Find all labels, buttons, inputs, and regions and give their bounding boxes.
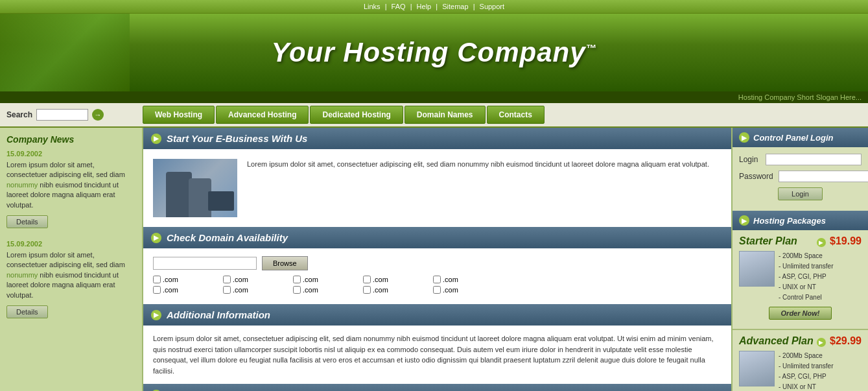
cp-body: Login Password Login	[733, 147, 868, 211]
domain-item-5[interactable]: .com	[433, 276, 498, 283]
hosting-header: ▶ Hosting Packages	[733, 211, 868, 230]
ebusiness-icon: ▶	[151, 134, 161, 144]
right-sidebar: ▶ Control Panel Login Login Password Log…	[732, 128, 868, 391]
domain-item-6[interactable]: .com	[153, 286, 218, 294]
slogan-bar: Hosting Company Short Slogan Here...	[0, 91, 868, 103]
starter-feature-3: - ASP, CGI, PHP	[779, 272, 833, 282]
starter-feature-2: - Unlimited transfer	[779, 261, 833, 272]
ebusiness-title: Start Your E-Business With Us	[167, 133, 307, 144]
starter-plan-header: Starter Plan ▶ $19.99	[739, 235, 862, 247]
advanced-server-image	[739, 351, 775, 386]
starter-plan-name: Starter Plan	[739, 235, 797, 247]
password-field: Password	[739, 171, 862, 182]
domain-body: Browse .com .com .com .com .com .com .co…	[143, 248, 731, 304]
starter-price-icon: ▶	[817, 238, 826, 247]
domain-item-10[interactable]: .com	[433, 286, 498, 294]
tab-web-hosting[interactable]: Web Hosting	[143, 106, 215, 124]
help-link[interactable]: Help	[417, 3, 432, 10]
links-link[interactable]: Links	[364, 3, 381, 10]
tab-dedicated-hosting[interactable]: Dedicated Hosting	[310, 106, 403, 124]
sitemap-link[interactable]: Sitemap	[442, 3, 468, 10]
additional-title: Additional Information	[167, 309, 270, 320]
top-nav-links[interactable]: Links | FAQ | Help | Sitemap | Support	[364, 3, 504, 10]
newsub-header: ▶ News Subscription	[143, 384, 731, 391]
advanced-feature-4: - UNIX or NT	[779, 382, 833, 391]
domain-item-7[interactable]: .com	[223, 286, 288, 294]
support-link[interactable]: Support	[480, 3, 505, 10]
domain-item-8[interactable]: .com	[293, 286, 358, 294]
domain-input-row: Browse	[153, 256, 721, 270]
starter-plan: Starter Plan ▶ $19.99 - 200Mb Space - Un…	[733, 230, 868, 329]
top-bar: Links | FAQ | Help | Sitemap | Support	[0, 0, 868, 14]
password-label: Password	[739, 172, 773, 181]
additional-body: Lorem ipsum dolor sit amet, consectetuer…	[143, 326, 731, 384]
advanced-plan-price: $29.99	[830, 335, 862, 346]
starter-feature-1: - 200Mb Space	[779, 251, 833, 261]
cp-icon: ▶	[739, 132, 749, 143]
nav-area: Search → Web Hosting Advanced Hosting De…	[0, 103, 868, 128]
faq-link[interactable]: FAQ	[392, 3, 406, 10]
starter-order-button[interactable]: Order Now!	[769, 307, 832, 320]
advanced-feature-2: - Unlimited transfer	[779, 361, 833, 372]
main-layout: Company News 15.09.2002 Lorem ipsum dolo…	[0, 128, 868, 391]
domain-item-1[interactable]: .com	[153, 276, 218, 283]
search-input[interactable]	[36, 109, 88, 121]
login-label: Login	[739, 155, 760, 164]
additional-text: Lorem ipsum dolor sit amet, consectetuer…	[153, 333, 721, 376]
header-bg	[0, 14, 130, 91]
cp-header: ▶ Control Panel Login	[733, 128, 868, 147]
ebusiness-body: Lorem ipsum dolor sit amet, consectetuer…	[143, 149, 731, 227]
starter-plan-price: $19.99	[830, 235, 862, 246]
advanced-plan-layout: - 200Mb Space - Unlimited transfer - ASP…	[739, 351, 862, 391]
advanced-feature-3: - ASP, CGI, PHP	[779, 372, 833, 382]
advanced-feature-1: - 200Mb Space	[779, 351, 833, 361]
starter-plan-layout: - 200Mb Space - Unlimited transfer - ASP…	[739, 251, 862, 303]
news-date-1: 15.09.2002	[6, 150, 135, 158]
login-button[interactable]: Login	[778, 187, 823, 200]
tab-advanced-hosting[interactable]: Advanced Hosting	[216, 106, 309, 124]
search-label: Search	[6, 110, 32, 119]
domain-input[interactable]	[153, 257, 257, 270]
cp-title: Control Panel Login	[753, 133, 834, 143]
news-text-2: Lorem ipsum dolor sit amet, consectetuer…	[6, 250, 135, 300]
additional-icon: ▶	[151, 310, 161, 320]
domain-item-4[interactable]: .com	[363, 276, 428, 283]
starter-server-image	[739, 251, 775, 287]
monitor-silhouette	[208, 191, 234, 211]
browse-button[interactable]: Browse	[262, 256, 308, 270]
domain-item-3[interactable]: .com	[293, 276, 358, 283]
nav-tabs: Web Hosting Advanced Hosting Dedicated H…	[143, 106, 545, 124]
starter-feature-4: - UNIX or NT	[779, 282, 833, 292]
details-button-1[interactable]: Details	[6, 215, 48, 228]
slogan-text: Hosting Company Short Slogan Here...	[738, 93, 862, 101]
hosting-title: Hosting Packages	[753, 216, 826, 226]
domain-title: Check Domain Availability	[167, 232, 288, 243]
search-button[interactable]: →	[92, 109, 104, 121]
left-sidebar: Company News 15.09.2002 Lorem ipsum dolo…	[0, 128, 143, 391]
header: Your Hosting Company™	[0, 14, 868, 91]
search-section: Search →	[0, 109, 143, 121]
additional-header: ▶ Additional Information	[143, 304, 731, 326]
domain-item-9[interactable]: .com	[363, 286, 428, 294]
domain-header: ▶ Check Domain Availability	[143, 227, 731, 248]
ebusiness-header: ▶ Start Your E-Business With Us	[143, 128, 731, 149]
details-button-2[interactable]: Details	[6, 305, 48, 318]
ebusiness-text: Lorem ipsum dolor sit amet, consectetuer…	[247, 159, 709, 217]
person1-silhouette	[166, 172, 192, 217]
domain-item-2[interactable]: .com	[223, 276, 288, 283]
password-input[interactable]	[779, 171, 868, 182]
site-title: Your Hosting Company™	[271, 37, 596, 68]
domain-row-1: .com .com .com .com .com	[153, 276, 721, 283]
tab-domain-names[interactable]: Domain Names	[405, 106, 486, 124]
advanced-plan-name: Advanced Plan	[739, 335, 814, 347]
hosting-icon: ▶	[739, 215, 749, 226]
tab-contacts[interactable]: Contacts	[487, 106, 545, 124]
center-content: ▶ Start Your E-Business With Us Lorem ip…	[143, 128, 732, 391]
login-input[interactable]	[766, 154, 862, 165]
advanced-features: - 200Mb Space - Unlimited transfer - ASP…	[779, 351, 833, 391]
advanced-price-icon: ▶	[817, 338, 826, 347]
starter-features: - 200Mb Space - Unlimited transfer - ASP…	[779, 251, 833, 303]
domain-row-2: .com .com .com .com .com	[153, 286, 721, 294]
domain-icon: ▶	[151, 233, 161, 243]
news-date-2: 15.09.2002	[6, 240, 135, 248]
